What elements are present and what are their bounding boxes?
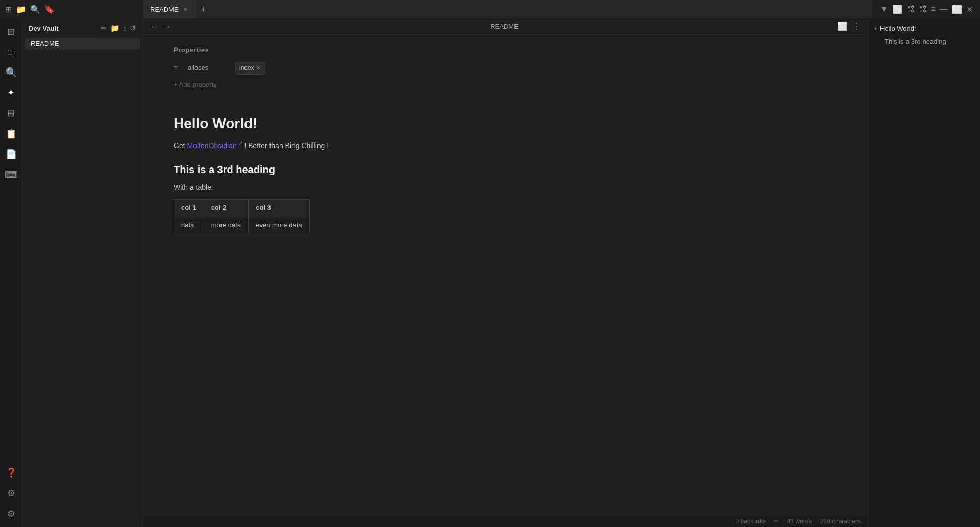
properties-title: Properties — [174, 45, 837, 56]
activity-grid-icon[interactable]: ⊞ — [2, 104, 20, 123]
activity-bar: ⊞ 🗂 🔍 ✦ ⊞ 📋 📄 ⌨ ❓ ⚙ ⚙ — [0, 18, 22, 527]
outline-heading[interactable]: ▾ Hello World! — [874, 25, 974, 32]
editor-content[interactable]: Properties ≡ aliases index ✕ + Add prope… — [143, 35, 868, 515]
outline-section: ▾ Hello World! This is a 3rd heading — [868, 18, 980, 53]
activity-explorer-icon[interactable]: 🗂 — [2, 43, 20, 61]
link1-icon[interactable]: ⛓ — [906, 5, 915, 14]
activity-note-icon[interactable]: 📄 — [2, 145, 20, 163]
edit-icon[interactable]: ✏ — [101, 23, 107, 33]
characters-status[interactable]: 260 characters — [820, 518, 861, 525]
property-values: index ✕ — [235, 62, 265, 75]
activity-settings-icon[interactable]: ⚙ — [2, 505, 20, 523]
editor-toolbar-right: ⬜ ⋮ — [837, 21, 861, 31]
property-row-aliases: ≡ aliases index ✕ — [174, 62, 837, 75]
activity-help-icon[interactable]: ❓ — [2, 464, 20, 482]
paragraph1-suffix: ! Better than Bing Chilling ! — [242, 141, 329, 149]
words-status[interactable]: 41 words — [787, 518, 812, 525]
property-list-icon: ≡ — [174, 62, 182, 74]
sidebar-item-readme[interactable]: README — [24, 38, 140, 50]
titlebar-left: ⊞ 📁 🔍 🔖 — [0, 5, 143, 14]
backlinks-status[interactable]: 0 backlinks — [736, 518, 766, 525]
table-cell-even-more-data: even more data — [249, 217, 309, 234]
folder-icon[interactable]: 📁 — [16, 5, 26, 14]
new-folder-icon[interactable]: 📁 — [110, 23, 120, 33]
status-bar: 0 backlinks ✏ 41 words 260 characters — [143, 515, 868, 527]
paragraph1-prefix: Get — [174, 141, 187, 149]
activity-bottom: ❓ ⚙ ⚙ — [2, 464, 20, 527]
right-panel: ▾ Hello World! This is a 3rd heading — [868, 18, 980, 527]
table-row: data more data even more data — [174, 217, 310, 234]
table-col2-header: col 2 — [204, 200, 249, 217]
vault-name: Dev Vault — [29, 25, 59, 32]
outline-chevron-icon: ▾ — [874, 26, 877, 31]
property-tag-close-icon[interactable]: ✕ — [256, 64, 261, 73]
add-property-label: + Add property — [174, 80, 217, 90]
sidebar: Dev Vault ✏ 📁 ↕ ↺ README — [22, 18, 143, 527]
back-button[interactable]: ← — [150, 22, 158, 31]
menu-icon[interactable]: ≡ — [931, 5, 936, 14]
activity-template-icon[interactable]: 📋 — [2, 125, 20, 143]
property-tag-index[interactable]: index ✕ — [235, 62, 265, 75]
table-cell-more-data: more data — [204, 217, 249, 234]
outline-item-label: This is a 3rd heading — [885, 38, 946, 45]
backlinks-label: 0 backlinks — [736, 518, 766, 525]
tab-readme[interactable]: README ✕ — [143, 0, 196, 18]
new-tab-button[interactable]: + — [196, 5, 211, 14]
table-cell-data: data — [174, 217, 204, 234]
close-button[interactable]: ✕ — [966, 5, 973, 14]
tab-label: README — [150, 6, 179, 13]
minimize-button[interactable]: — — [940, 5, 948, 14]
search-icon[interactable]: 🔍 — [30, 5, 40, 14]
editor-area: ← → README ⬜ ⋮ Properties ≡ aliases inde… — [143, 18, 868, 527]
table-col1-header: col 1 — [174, 200, 204, 217]
words-label: 41 words — [787, 518, 812, 525]
editor-toolbar: ← → README ⬜ ⋮ — [143, 18, 868, 35]
dropdown-icon[interactable]: ▼ — [880, 5, 888, 14]
bookmark-icon[interactable]: 🔖 — [44, 5, 55, 14]
tabs-area: README ✕ + — [143, 0, 873, 18]
property-tag-label: index — [239, 63, 254, 73]
activity-files-icon[interactable]: ⊞ — [2, 22, 20, 41]
reading-mode-icon[interactable]: ⬜ — [837, 21, 847, 31]
link2-icon[interactable]: ⛓ — [919, 5, 927, 14]
grid-icon[interactable]: ⊞ — [5, 5, 12, 14]
table-header-row: col 1 col 2 col 3 — [174, 200, 310, 217]
external-link-icon: ↗ — [237, 140, 242, 146]
maximize-button[interactable]: ⬜ — [952, 5, 962, 14]
sidebar-actions: ✏ 📁 ↕ ↺ — [101, 23, 137, 33]
forward-button[interactable]: → — [163, 22, 172, 31]
refresh-icon[interactable]: ↺ — [130, 23, 136, 33]
characters-label: 260 characters — [820, 518, 861, 525]
add-property-button[interactable]: + Add property — [174, 79, 837, 91]
molten-obsidian-link[interactable]: MoltenObsidian — [187, 141, 236, 149]
titlebar: ⊞ 📁 🔍 🔖 README ✕ + ▼ ⬜ ⛓ ⛓ ≡ — ⬜ ✕ — [0, 0, 980, 18]
activity-graph-icon[interactable]: ✦ — [2, 84, 20, 102]
table-col3-header: col 3 — [249, 200, 309, 217]
activity-plugins-icon[interactable]: ⚙ — [2, 484, 20, 502]
editor-toolbar-left: ← → — [150, 22, 172, 31]
tab-close-icon[interactable]: ✕ — [182, 5, 188, 14]
paragraph2: With a table: — [174, 182, 837, 193]
split-icon[interactable]: ⬜ — [892, 5, 902, 14]
main-layout: ⊞ 🗂 🔍 ✦ ⊞ 📋 📄 ⌨ ❓ ⚙ ⚙ Dev Vault ✏ 📁 ↕ ↺ … — [0, 18, 980, 527]
activity-search-icon[interactable]: 🔍 — [2, 63, 20, 82]
edit-status-icon: ✏ — [774, 518, 779, 525]
heading1: Hello World! — [174, 112, 837, 135]
outline-item-heading3[interactable]: This is a 3rd heading — [874, 36, 974, 47]
property-key: aliases — [188, 63, 229, 74]
data-table: col 1 col 2 col 3 data more data even mo… — [174, 199, 310, 234]
heading3: This is a 3rd heading — [174, 161, 837, 178]
outline-heading-label: Hello World! — [880, 25, 916, 32]
sidebar-item-label: README — [31, 40, 59, 47]
edit-status[interactable]: ✏ — [774, 518, 779, 525]
sidebar-header: Dev Vault ✏ 📁 ↕ ↺ — [22, 18, 142, 38]
sort-icon[interactable]: ↕ — [123, 23, 127, 33]
titlebar-right: ▼ ⬜ ⛓ ⛓ ≡ — ⬜ ✕ — [873, 5, 980, 14]
properties-section: Properties ≡ aliases index ✕ + Add prope… — [174, 45, 837, 100]
editor-title: README — [172, 22, 837, 30]
activity-terminal-icon[interactable]: ⌨ — [2, 165, 20, 184]
paragraph1: Get MoltenObsidian ↗ ! Better than Bing … — [174, 139, 837, 151]
more-options-icon[interactable]: ⋮ — [852, 21, 861, 31]
